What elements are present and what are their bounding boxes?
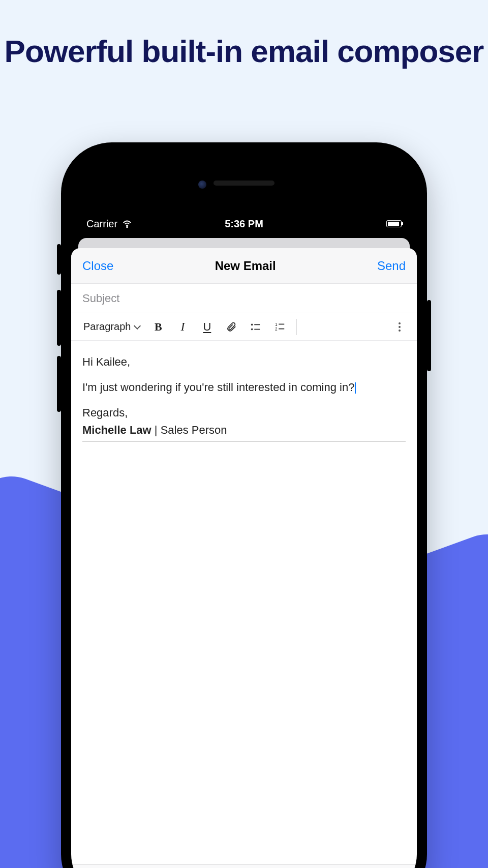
- battery-icon: [386, 220, 402, 227]
- phone-frame: Carrier 5:36 PM Close New Email Send Par…: [61, 142, 427, 868]
- signature-title: Sales Person: [161, 424, 227, 436]
- svg-rect-2: [255, 324, 260, 325]
- svg-point-0: [127, 227, 128, 228]
- italic-button[interactable]: I: [171, 317, 194, 337]
- bold-button[interactable]: B: [147, 317, 169, 337]
- compose-modal: Close New Email Send Paragraph B I U: [71, 248, 417, 868]
- attachment-button[interactable]: [220, 317, 242, 337]
- body-greeting: Hi Kailee,: [82, 354, 406, 370]
- signature-line: Michelle Law | Sales Person: [82, 422, 406, 438]
- subject-row: [71, 284, 417, 313]
- svg-text:2: 2: [275, 327, 278, 332]
- wifi-icon: [121, 218, 133, 229]
- svg-rect-8: [279, 328, 285, 329]
- phone-volume-down: [57, 356, 61, 412]
- body-regards: Regards,: [82, 405, 406, 421]
- underline-button[interactable]: U: [196, 317, 218, 337]
- svg-rect-6: [279, 323, 285, 324]
- front-camera: [198, 181, 206, 189]
- paragraph-style-select[interactable]: Paragraph: [78, 318, 145, 336]
- more-formatting-button[interactable]: [389, 322, 410, 332]
- paragraph-style-label: Paragraph: [83, 321, 131, 333]
- headline: Powerful built-in email composer: [0, 33, 488, 69]
- svg-point-3: [251, 328, 253, 330]
- bullet-list-button[interactable]: [245, 317, 267, 337]
- chevron-down-icon: [134, 322, 141, 329]
- subject-input[interactable]: [82, 292, 406, 305]
- svg-point-1: [251, 323, 253, 325]
- numbered-list-icon: 12: [274, 321, 286, 333]
- signature-divider: [82, 441, 406, 442]
- modal-title: New Email: [215, 259, 276, 273]
- phone-volume-up: [57, 290, 61, 346]
- carrier-label: Carrier: [86, 218, 117, 230]
- bullet-list-icon: [250, 321, 261, 333]
- close-button[interactable]: Close: [82, 259, 113, 273]
- clock: 5:36 PM: [225, 218, 263, 230]
- phone-screen: Carrier 5:36 PM Close New Email Send Par…: [71, 153, 417, 868]
- text-caret: [355, 382, 356, 394]
- keyboard-accessory-bar: Done: [71, 864, 417, 868]
- format-toolbar: Paragraph B I U 12: [71, 313, 417, 341]
- phone-top-bezel: [71, 153, 417, 214]
- svg-text:1: 1: [275, 322, 278, 327]
- paperclip-icon: [226, 321, 237, 333]
- numbered-list-button[interactable]: 12: [269, 317, 291, 337]
- phone-power-button: [427, 300, 431, 371]
- phone-mute-switch: [57, 244, 61, 275]
- earpiece-speaker: [214, 181, 274, 186]
- more-vertical-icon: [399, 322, 401, 332]
- svg-rect-4: [255, 328, 260, 330]
- send-button[interactable]: Send: [377, 259, 406, 273]
- toolbar-separator: [296, 319, 297, 335]
- status-bar: Carrier 5:36 PM: [71, 214, 417, 234]
- body-line: I'm just wondering if you're still inter…: [82, 379, 406, 396]
- modal-header: Close New Email Send: [71, 248, 417, 284]
- signature-name: Michelle Law: [82, 424, 151, 436]
- email-body-editor[interactable]: Hi Kailee, I'm just wondering if you're …: [71, 341, 417, 864]
